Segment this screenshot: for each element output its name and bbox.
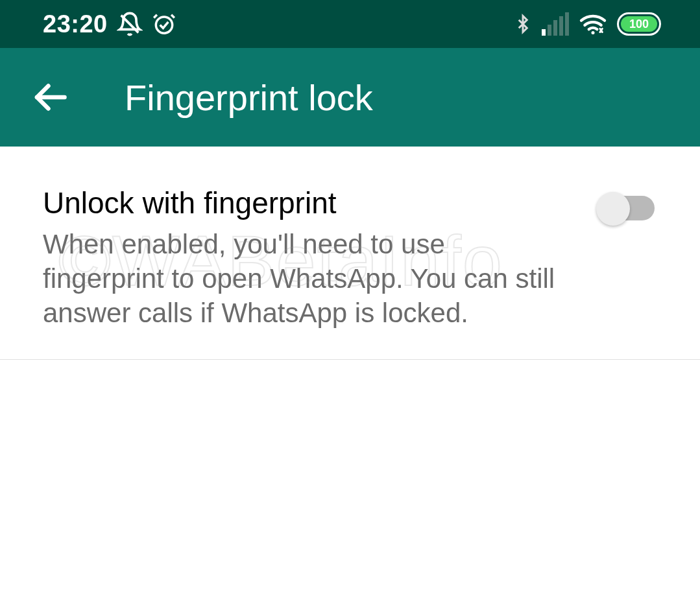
alarm-set-icon — [152, 12, 176, 36]
cellular-signal-icon — [542, 12, 569, 36]
svg-point-9 — [591, 31, 594, 34]
svg-line-3 — [171, 15, 175, 18]
toggle-thumb — [596, 192, 630, 226]
alarm-muted-icon — [117, 11, 143, 37]
battery-indicator: 100 — [617, 12, 661, 36]
status-bar-left: 23:20 — [43, 10, 176, 38]
setting-text-block: Unlock with fingerprint When enabled, yo… — [43, 185, 583, 331]
back-button[interactable] — [27, 75, 73, 120]
app-header: Fingerprint lock — [0, 48, 700, 147]
settings-content: Unlock with fingerprint When enabled, yo… — [0, 147, 700, 360]
bluetooth-icon — [513, 12, 533, 36]
status-bar: 23:20 — [0, 0, 700, 48]
wifi-icon — [578, 12, 608, 36]
setting-description: When enabled, you'll need to use fingerp… — [43, 228, 568, 331]
page-title: Fingerprint lock — [125, 77, 373, 119]
status-bar-right: 100 — [513, 12, 661, 36]
svg-point-1 — [156, 17, 172, 33]
battery-percentage: 100 — [629, 18, 649, 31]
svg-rect-7 — [559, 16, 563, 36]
setting-title: Unlock with fingerprint — [43, 185, 583, 221]
svg-rect-5 — [548, 25, 551, 36]
fingerprint-unlock-setting[interactable]: Unlock with fingerprint When enabled, yo… — [0, 147, 700, 360]
arrow-left-icon — [30, 78, 69, 117]
svg-rect-8 — [565, 12, 569, 36]
status-time: 23:20 — [43, 10, 108, 38]
fingerprint-toggle[interactable] — [596, 192, 655, 224]
svg-line-2 — [154, 15, 157, 18]
svg-rect-6 — [553, 20, 557, 36]
svg-rect-4 — [542, 29, 546, 36]
